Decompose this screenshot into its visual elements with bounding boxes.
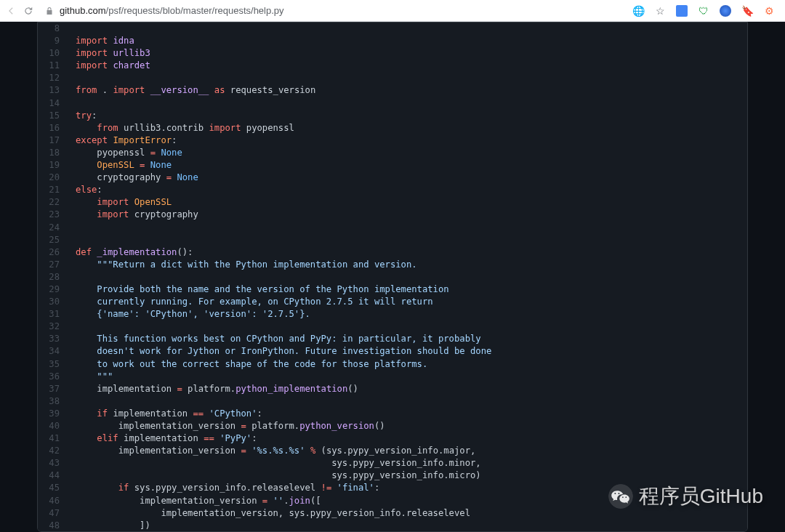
- line-content[interactable]: import OpenSSL: [68, 196, 172, 209]
- line-number[interactable]: 23: [38, 209, 68, 221]
- code-line[interactable]: 28: [38, 271, 747, 283]
- code-viewer[interactable]: 8 9import idna10import urllib311import c…: [37, 22, 748, 532]
- line-number[interactable]: 24: [38, 222, 68, 234]
- translate-icon[interactable]: 🌐: [632, 5, 644, 17]
- line-number[interactable]: 15: [38, 110, 68, 122]
- line-number[interactable]: 39: [38, 408, 68, 420]
- line-number[interactable]: 13: [38, 84, 68, 97]
- line-content[interactable]: except ImportError:: [68, 134, 177, 147]
- code-line[interactable]: 24: [38, 222, 747, 234]
- line-number[interactable]: 19: [38, 159, 68, 172]
- code-line[interactable]: 33 This function works best on CPython a…: [38, 333, 747, 345]
- line-content[interactable]: sys.pypy_version_info.micro): [68, 469, 481, 482]
- line-content[interactable]: [68, 97, 81, 110]
- line-number[interactable]: 21: [38, 184, 68, 196]
- line-number[interactable]: 42: [38, 445, 68, 457]
- code-line[interactable]: 31 {'name': 'CPython', 'version': '2.7.5…: [38, 308, 747, 321]
- code-line[interactable]: 29 Provide both the name and the version…: [38, 283, 747, 296]
- line-content[interactable]: else:: [68, 184, 102, 196]
- line-content[interactable]: import cryptography: [68, 209, 198, 221]
- line-number[interactable]: 38: [38, 395, 68, 408]
- shield-icon[interactable]: 🛡: [698, 5, 709, 17]
- code-line[interactable]: 26def _implementation():: [38, 246, 747, 259]
- code-line[interactable]: 35 to work out the correct shape of the …: [38, 358, 747, 371]
- line-content[interactable]: if sys.pypy_version_info.releaselevel !=…: [68, 482, 379, 494]
- extension-icon[interactable]: ⚙: [763, 5, 775, 17]
- code-line[interactable]: 39 if implementation == 'CPython':: [38, 408, 747, 420]
- line-content[interactable]: implementation = platform.python_impleme…: [68, 383, 358, 395]
- line-content[interactable]: [68, 271, 81, 283]
- code-line[interactable]: 16 from urllib3.contrib import pyopenssl: [38, 122, 747, 134]
- line-number[interactable]: 10: [38, 47, 68, 60]
- line-number[interactable]: 44: [38, 469, 68, 482]
- line-content[interactable]: doesn't work for Jython or IronPython. F…: [68, 345, 491, 358]
- line-content[interactable]: [68, 321, 81, 333]
- line-number[interactable]: 8: [38, 23, 68, 35]
- line-number[interactable]: 47: [38, 507, 68, 520]
- code-line[interactable]: 38: [38, 395, 747, 408]
- line-content[interactable]: cryptography = None: [68, 172, 198, 184]
- code-line[interactable]: 27 """Return a dict with the Python impl…: [38, 259, 747, 271]
- line-content[interactable]: implementation_version = platform.python…: [68, 420, 385, 432]
- line-content[interactable]: Provide both the name and the version of…: [68, 283, 449, 296]
- line-number[interactable]: 35: [38, 358, 68, 371]
- code-line[interactable]: 19 OpenSSL = None: [38, 159, 747, 172]
- firefox-icon[interactable]: [720, 5, 731, 17]
- line-number[interactable]: 37: [38, 383, 68, 395]
- line-content[interactable]: """: [68, 371, 113, 383]
- line-content[interactable]: [68, 222, 81, 234]
- line-number[interactable]: 29: [38, 283, 68, 296]
- line-content[interactable]: [68, 234, 81, 246]
- line-number[interactable]: 45: [38, 482, 68, 494]
- line-number[interactable]: 31: [38, 308, 68, 321]
- line-number[interactable]: 41: [38, 432, 68, 445]
- line-number[interactable]: 16: [38, 122, 68, 134]
- code-line[interactable]: 32: [38, 321, 747, 333]
- line-number[interactable]: 48: [38, 520, 68, 532]
- code-line[interactable]: 9import idna: [38, 35, 747, 47]
- line-content[interactable]: [68, 23, 81, 35]
- url-bar[interactable]: github.com/psf/requests/blob/master/requ…: [41, 5, 625, 16]
- line-number[interactable]: 26: [38, 246, 68, 259]
- line-content[interactable]: OpenSSL = None: [68, 159, 172, 172]
- line-content[interactable]: import chardet: [68, 60, 150, 72]
- code-line[interactable]: 15try:: [38, 110, 747, 122]
- line-content[interactable]: from urllib3.contrib import pyopenssl: [68, 122, 294, 134]
- line-number[interactable]: 14: [38, 97, 68, 110]
- line-number[interactable]: 30: [38, 296, 68, 308]
- line-number[interactable]: 11: [38, 60, 68, 72]
- line-content[interactable]: pyopenssl = None: [68, 147, 182, 159]
- line-number[interactable]: 36: [38, 371, 68, 383]
- code-line[interactable]: 37 implementation = platform.python_impl…: [38, 383, 747, 395]
- code-line[interactable]: 11import chardet: [38, 60, 747, 72]
- line-content[interactable]: sys.pypy_version_info.minor,: [68, 457, 481, 469]
- code-line[interactable]: 25: [38, 234, 747, 246]
- line-number[interactable]: 34: [38, 345, 68, 358]
- line-number[interactable]: 40: [38, 420, 68, 432]
- bookmark-icon[interactable]: 🔖: [741, 5, 753, 17]
- line-content[interactable]: elif implementation == 'PyPy':: [68, 432, 257, 445]
- line-number[interactable]: 25: [38, 234, 68, 246]
- line-number[interactable]: 22: [38, 196, 68, 209]
- line-number[interactable]: 28: [38, 271, 68, 283]
- line-number[interactable]: 9: [38, 35, 68, 47]
- code-line[interactable]: 10import urllib3: [38, 47, 747, 60]
- line-content[interactable]: implementation_version, sys.pypy_version…: [68, 507, 470, 520]
- line-number[interactable]: 12: [38, 72, 68, 84]
- line-number[interactable]: 43: [38, 457, 68, 469]
- google-translate-icon[interactable]: [676, 5, 688, 17]
- line-content[interactable]: to work out the correct shape of the cod…: [68, 358, 427, 371]
- code-line[interactable]: 34 doesn't work for Jython or IronPython…: [38, 345, 747, 358]
- line-content[interactable]: """Return a dict with the Python impleme…: [68, 259, 417, 271]
- code-line[interactable]: 17except ImportError:: [38, 134, 747, 147]
- code-line[interactable]: 44 sys.pypy_version_info.micro): [38, 469, 747, 482]
- line-number[interactable]: 17: [38, 134, 68, 147]
- code-line[interactable]: 8: [38, 23, 747, 35]
- code-line[interactable]: 13from . import __version__ as requests_…: [38, 84, 747, 97]
- line-content[interactable]: {'name': 'CPython', 'version': '2.7.5'}.: [68, 308, 310, 321]
- line-content[interactable]: [68, 395, 81, 408]
- line-content[interactable]: def _implementation():: [68, 246, 193, 259]
- code-line[interactable]: 23 import cryptography: [38, 209, 747, 221]
- line-number[interactable]: 33: [38, 333, 68, 345]
- line-content[interactable]: try:: [68, 110, 97, 122]
